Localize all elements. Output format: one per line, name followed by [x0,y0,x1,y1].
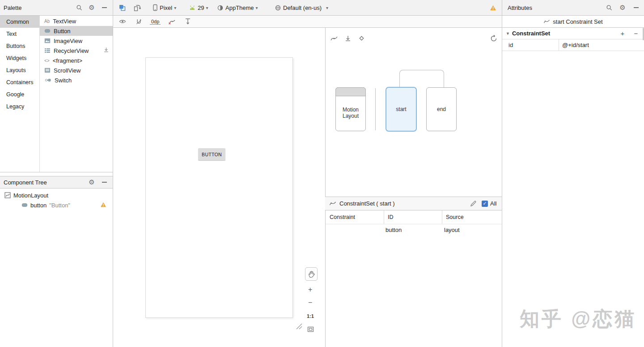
device-artboard[interactable] [145,57,293,318]
scrollview-icon [44,68,51,73]
palette-minimize-button[interactable] [99,3,109,13]
checkbox-checked-icon: ✓ [482,201,488,207]
layout-warnings-button[interactable] [488,3,498,13]
add-property-button[interactable]: + [618,29,627,39]
motion-icon [329,201,336,206]
property-value-field[interactable]: @+id/start [559,42,589,48]
cycle-motion-button[interactable] [489,34,499,43]
palette-item-label: TextView [53,18,76,25]
pan-tool-button[interactable] [305,267,318,281]
add-keyframe-button[interactable] [357,34,367,43]
zoom-in-button[interactable]: + [308,286,312,293]
magnet-icon [136,18,142,25]
gear-icon: ⚙ [89,178,94,186]
palette-item-textview[interactable]: Ab TextView [40,16,113,26]
orientation-button[interactable] [132,3,142,13]
table-row-source-cell[interactable]: layout [444,224,460,236]
component-tree-settings-button[interactable]: ⚙ [87,177,97,187]
zoom-to-fit-button[interactable] [307,326,314,334]
state-label: start [396,106,406,112]
fit-screen-icon [307,326,314,332]
palette-search-button[interactable] [74,3,84,13]
minimize-icon [634,7,639,8]
phone-icon [153,4,158,11]
theme-label: AppTheme [225,4,254,11]
tree-item-button[interactable]: button "Button" [21,200,109,210]
attributes-minimize-button[interactable] [631,3,641,13]
android-icon [189,5,196,11]
state-start[interactable]: start [386,87,417,132]
create-transition-button[interactable] [329,34,339,43]
category-label: Containers [6,79,33,86]
attributes-header: Attributes ⚙ [502,0,644,15]
canvas-button-widget[interactable]: BUTTON [198,148,225,160]
theme-selector[interactable]: AppTheme ▾ [214,2,261,13]
minus-icon: − [634,30,638,37]
locale-selector[interactable]: Default (en-us) ▾ [272,2,331,13]
attributes-search-button[interactable] [604,3,614,13]
palette-category-widgets[interactable]: Widgets [0,52,39,64]
minimize-icon [102,7,107,8]
palette-item-button[interactable]: Button [40,26,113,36]
zoom-out-button[interactable]: − [308,299,312,306]
palette-category-layouts[interactable]: Layouts [0,64,39,76]
minimize-icon [102,182,107,183]
view-options-button[interactable] [118,17,127,26]
tree-item-label: button [30,202,47,209]
palette-item-label: ScrollView [54,67,80,74]
palette-title: Palette [4,4,21,11]
android-studio-design-editor: Palette ⚙ Pixel ▾ 29 ▾ [0,0,644,347]
palette-item-label: ImageView [54,38,82,44]
resize-handle[interactable] [293,321,302,331]
column-header-id[interactable]: ID [388,210,394,224]
design-surface-button[interactable] [117,3,127,13]
palette-item-imageview[interactable]: ImageView [40,36,113,46]
divider [0,172,113,172]
default-margin-control[interactable]: 0dp [150,19,161,25]
palette-category-text[interactable]: Text [0,28,39,40]
remove-property-button[interactable]: − [631,29,641,39]
category-label: Buttons [6,43,25,49]
state-end[interactable]: end [426,87,457,131]
attributes-settings-button[interactable]: ⚙ [618,3,627,13]
infer-constraints-button[interactable] [183,17,193,26]
canvas-toolbar: 0dp [113,16,502,28]
resize-corner-icon [293,321,302,330]
globe-icon [275,4,281,11]
zoom-ratio-label: 1:1 [307,313,314,319]
table-row-id-cell[interactable]: button [386,224,402,236]
tree-item-detail: "Button" [49,202,70,209]
clear-constraints-button[interactable] [167,17,177,26]
device-selector[interactable]: Pixel ▾ [150,2,179,13]
transition-connector[interactable] [399,70,444,88]
palette-category-legacy[interactable]: Legacy [0,100,39,112]
tree-item-motionlayout[interactable]: MotionLayout [4,190,48,200]
column-header-source[interactable]: Source [446,210,464,224]
palette-settings-button[interactable]: ⚙ [87,3,97,13]
add-constraintset-button[interactable] [343,34,353,43]
palette-item-fragment[interactable]: <> <fragment> [40,56,113,65]
component-tree-minimize-button[interactable] [99,177,109,187]
collapse-arrow-icon: ▼ [506,31,510,36]
zoom-actual-size-button[interactable]: 1:1 [307,313,314,319]
button-icon [21,203,28,207]
palette-category-containers[interactable]: Containers [0,76,39,88]
palette-item-switch[interactable]: Switch [40,75,113,85]
palette-item-recyclerview[interactable]: RecyclerView [40,46,113,56]
autoconnect-button[interactable] [134,17,144,26]
edit-button[interactable] [468,199,478,209]
palette-category-common[interactable]: Common [0,16,39,28]
all-checkbox[interactable]: ✓ All [482,200,496,207]
property-key: id [502,42,559,48]
attributes-subtitle: start Constraint Set [553,18,602,25]
palette-category-buttons[interactable]: Buttons [0,40,39,52]
column-header-constraint[interactable]: Constraint [330,210,355,224]
category-label: Layouts [6,67,26,73]
palette-item-scrollview[interactable]: ScrollView [40,65,113,75]
constraintset-panel-title: ConstraintSet ( start ) [339,200,395,207]
api-selector[interactable]: 29 ▾ [186,2,211,13]
palette-category-google[interactable]: Google [0,88,39,100]
download-icon [103,47,109,54]
attributes-title: Attributes [508,4,532,11]
constraintset-section-row[interactable]: ▼ ConstraintSet + − [502,28,644,39]
